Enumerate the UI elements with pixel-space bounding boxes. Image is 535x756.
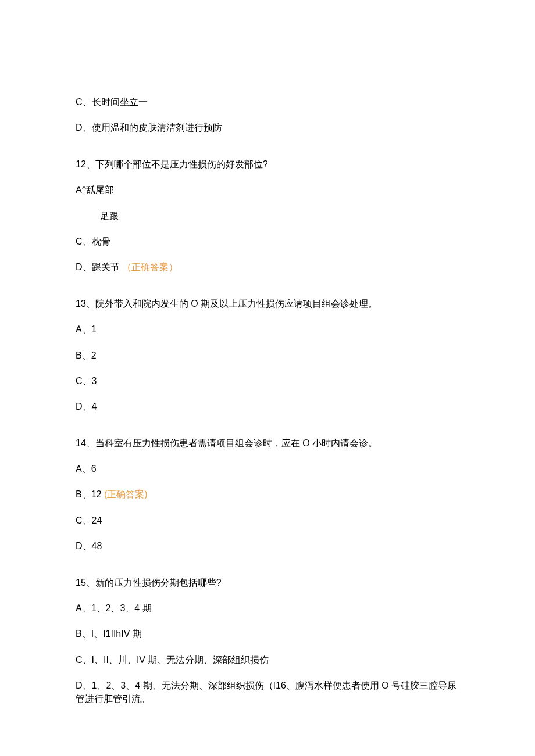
option-b-label: B、12	[76, 489, 104, 499]
question-stem: 14、当科室有压力性损伤患者需请项目组会诊时，应在 O 小时内请会诊。	[76, 437, 459, 450]
option-d: D、踝关节 （正确答案）	[76, 261, 459, 274]
option-c: C、长时间坐立一	[76, 96, 459, 109]
option-b: B、I、I1IIhIV 期	[76, 628, 459, 640]
question-stem: 12、下列哪个部位不是压力性损伤的好发部位?	[76, 158, 459, 171]
question-stem: 15、新的压力性损伤分期包括哪些?	[76, 576, 459, 589]
question-11-tail: C、长时间坐立一 D、使用温和的皮肤清洁剂进行预防	[76, 96, 459, 135]
option-d: D、4	[76, 400, 459, 413]
option-a: A、1、2、3、4 期	[76, 602, 459, 615]
option-d: D、48	[76, 540, 459, 553]
option-d: D、使用温和的皮肤清洁剂进行预防	[76, 121, 459, 134]
option-d-label: D、踝关节	[76, 262, 122, 272]
option-c: C、24	[76, 514, 459, 527]
question-12: 12、下列哪个部位不是压力性损伤的好发部位? A^舐尾部 足跟 C、枕骨 D、踝…	[76, 158, 459, 274]
option-a: A、1	[76, 323, 459, 336]
option-c: C、I、II、川、IV 期、无法分期、深部组织损伤	[76, 654, 459, 667]
question-15: 15、新的压力性损伤分期包括哪些? A、1、2、3、4 期 B、I、I1IIhI…	[76, 576, 459, 705]
question-13: 13、院外带入和院内发生的 O 期及以上压力性损伤应请项目组会诊处理。 A、1 …	[76, 298, 459, 414]
option-a: A^舐尾部	[76, 184, 459, 196]
option-c: C、枕骨	[76, 235, 459, 248]
option-a-sub: 足跟	[76, 210, 459, 223]
option-b: B、2	[76, 349, 459, 362]
option-b: B、12 (正确答案)	[76, 488, 459, 501]
question-14: 14、当科室有压力性损伤患者需请项目组会诊时，应在 O 小时内请会诊。 A、6 …	[76, 437, 459, 553]
correct-answer-marker: （正确答案）	[122, 262, 178, 272]
option-d: D、1、2、3、4 期、无法分期、深部组织损伤（I16、腹泻水样便患者使用 O …	[76, 679, 459, 705]
correct-answer-marker: (正确答案)	[104, 489, 148, 499]
question-stem: 13、院外带入和院内发生的 O 期及以上压力性损伤应请项目组会诊处理。	[76, 298, 459, 310]
option-c: C、3	[76, 375, 459, 388]
option-a: A、6	[76, 463, 459, 475]
